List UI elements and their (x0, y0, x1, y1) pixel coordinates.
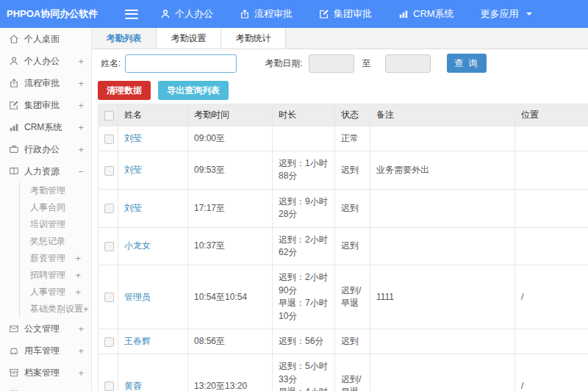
share-icon (9, 78, 19, 88)
status-label: 迟到 (335, 329, 370, 354)
sidebar-item-personal-office[interactable]: 个人办公 (0, 50, 91, 72)
expand-plus-icon (75, 270, 81, 280)
sidebar-item-process-approval[interactable]: 流程审批 (0, 72, 91, 94)
employee-name-link[interactable]: 管理员 (124, 292, 151, 302)
edit-icon (319, 9, 329, 19)
app-logo: PHPOA协同办公软件 (0, 7, 116, 21)
duration (273, 126, 335, 151)
top-menu-group-approval[interactable]: 集团审批 (319, 7, 372, 21)
note (370, 126, 515, 151)
attendance-time: 10:37至 (188, 227, 273, 265)
sidebar-subitem-salary-mgmt[interactable]: 薪资管理 (20, 250, 91, 267)
app-window: PHPOA协同办公软件 个人办公 流程审批 集团审批 CRM系统 更多应用 (0, 0, 588, 391)
row-checkbox[interactable] (104, 204, 114, 213)
date-to-input[interactable] (385, 54, 431, 73)
tab-attendance-stats[interactable]: 考勤统计 (221, 28, 286, 49)
home-icon (9, 34, 19, 44)
employee-name-link[interactable]: 刘莹 (124, 203, 142, 213)
row-checkbox[interactable] (104, 134, 114, 144)
hamburger-menu-icon[interactable] (125, 10, 138, 19)
sidebar-subitem-training-mgmt[interactable]: 培训管理 (20, 216, 91, 233)
location (515, 126, 588, 151)
sidebar-item-hr[interactable]: 人力资源 (0, 160, 91, 182)
location: / (515, 354, 588, 391)
status-label: 迟到/早退 (335, 265, 370, 329)
expand-plus-icon (78, 346, 84, 356)
employee-name-link[interactable]: 小龙女 (124, 240, 151, 251)
sidebar-subitem-hr-contract[interactable]: 人事合同 (20, 199, 91, 216)
sidebar-subitem-attendance-mgmt[interactable]: 考勤管理 (20, 182, 91, 199)
share-icon (240, 9, 250, 19)
expand-plus-icon (75, 254, 81, 263)
table-row: 刘莹 09:00至 正常 (98, 126, 588, 151)
sidebar-item-vehicle-mgmt[interactable]: 用车管理 (0, 340, 91, 362)
status-label: 迟到/早退 (335, 354, 370, 391)
row-checkbox[interactable] (104, 166, 114, 176)
duration: 迟到：56分 (273, 329, 335, 354)
table-row: 管理员 10:54至10:54 迟到：2小时90分 早退：7小时10分 迟到/早… (98, 265, 588, 329)
tab-bar: 考勤列表 考勤设置 考勤统计 (92, 28, 588, 49)
col-header-name: 姓名 (118, 104, 188, 126)
row-checkbox[interactable] (104, 337, 114, 347)
name-filter-input[interactable] (125, 54, 237, 73)
col-header-duration: 时长 (273, 104, 335, 126)
employee-name-link[interactable]: 黄蓉 (124, 381, 142, 391)
search-button[interactable]: 查 询 (447, 54, 487, 73)
date-from-input[interactable] (309, 54, 354, 73)
sidebar-item-crm[interactable]: CRM系统 (0, 116, 91, 138)
expand-plus-icon (75, 287, 81, 297)
tab-attendance-list[interactable]: 考勤列表 (92, 28, 157, 49)
sidebar-subitem-reward-punish[interactable]: 奖惩记录 (20, 233, 91, 250)
top-menu-more-apps[interactable]: 更多应用 (481, 7, 532, 21)
clean-data-button[interactable]: 清理数据 (98, 81, 151, 100)
top-menu-personal-office[interactable]: 个人办公 (160, 7, 213, 21)
expand-plus-icon (78, 368, 84, 378)
edit-icon (9, 100, 19, 110)
action-bar: 清理数据 导出查询列表 (92, 77, 588, 104)
employee-name-link[interactable]: 刘莹 (124, 165, 142, 175)
sidebar-item-document-mgmt[interactable]: 公文管理 (0, 318, 91, 340)
expand-plus-icon (78, 324, 84, 334)
sidebar-subitem-recruit-mgmt[interactable]: 招聘管理 (20, 267, 91, 284)
sidebar-subitem-personnel-mgmt[interactable]: 人事管理 (20, 284, 91, 301)
archive-icon (9, 367, 19, 378)
duration: 迟到：5小时33分 早退：4小时67分 (273, 354, 335, 391)
top-menu-crm[interactable]: CRM系统 (398, 7, 454, 21)
employee-name-link[interactable]: 刘莹 (124, 133, 142, 143)
sidebar-item-admin-office[interactable]: 行政办公 (0, 138, 91, 160)
sidebar-item-personal-desktop[interactable]: 个人桌面 (0, 28, 91, 50)
table-header-row: 姓名 考勤时间 时长 状态 备注 位置 (98, 104, 588, 126)
location: / (515, 265, 588, 329)
top-menu-process-approval[interactable]: 流程审批 (240, 7, 293, 21)
status-label: 迟到 (335, 189, 370, 227)
main-content: 考勤列表 考勤设置 考勤统计 姓名: 考勤日期: 至 查 询 清理数据 导出查询… (92, 28, 588, 391)
sidebar: 个人桌面 个人办公 流程审批 集团审批 CRM系统 行政办公 (0, 28, 92, 391)
row-checkbox[interactable] (104, 242, 114, 251)
sidebar-item-archive-mgmt[interactable]: 档案管理 (0, 362, 91, 384)
sidebar-item-project-mgmt[interactable]: 项目管理 (0, 384, 91, 391)
note (370, 189, 515, 227)
export-list-button[interactable]: 导出查询列表 (158, 81, 229, 100)
col-header-note: 备注 (370, 104, 515, 126)
status-label: 正常 (335, 126, 370, 151)
attendance-time: 09:00至 (188, 126, 273, 151)
sidebar-item-group-approval[interactable]: 集团审批 (0, 94, 91, 116)
select-all-checkbox[interactable] (104, 111, 114, 121)
attendance-time: 13:20至13:20 (188, 354, 273, 391)
car-icon (9, 345, 19, 356)
row-checkbox[interactable] (104, 381, 114, 391)
duration: 迟到：2小时62分 (273, 227, 335, 265)
attendance-time: 17:17至 (188, 189, 273, 227)
note (370, 354, 515, 391)
expand-plus-icon (78, 79, 84, 88)
employee-name-link[interactable]: 王春辉 (124, 336, 151, 346)
tab-attendance-settings[interactable]: 考勤设置 (157, 28, 221, 49)
attendance-table: 姓名 考勤时间 时长 状态 备注 位置 刘莹 09:00至 正常 (98, 104, 588, 391)
location (515, 227, 588, 265)
caret-down-icon (526, 12, 532, 15)
row-checkbox[interactable] (104, 293, 114, 302)
location (515, 189, 588, 227)
note: 1111 (370, 265, 515, 329)
mail-icon (9, 323, 19, 334)
sidebar-subitem-base-category[interactable]: 基础类别设置 (20, 301, 91, 318)
